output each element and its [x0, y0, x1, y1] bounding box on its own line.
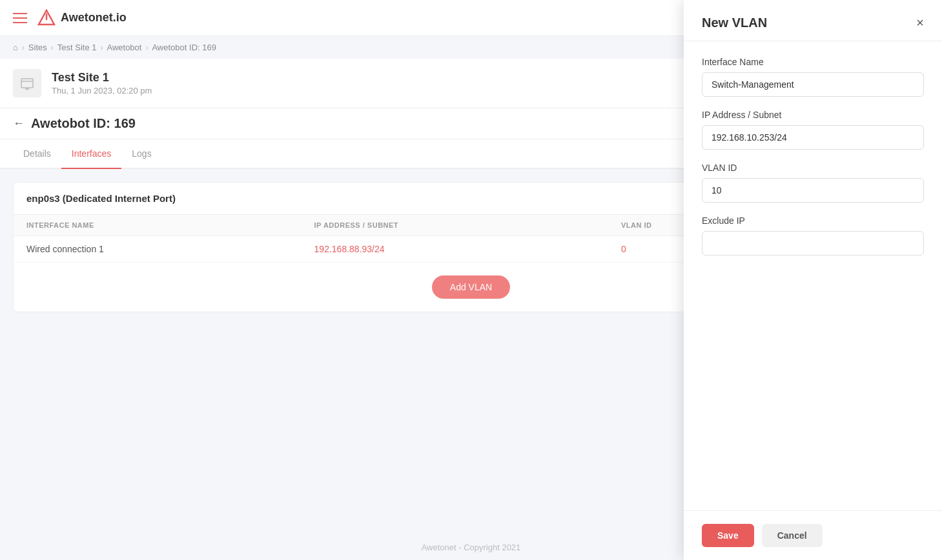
footer-text: Awetonet - Copyright 2021 — [422, 543, 521, 552]
breadcrumb-sep-3: › — [145, 43, 148, 52]
row-ip: 192.168.88.93/24 — [302, 236, 608, 263]
breadcrumb-sep-2: › — [100, 43, 103, 52]
ip-label: IP Address / Subnet — [702, 110, 924, 120]
add-vlan-button[interactable]: Add VLAN — [432, 275, 510, 299]
col-ip-subnet: IP ADDRESS / SUBNET — [302, 215, 608, 236]
exclude-ip-input[interactable] — [702, 231, 924, 255]
col-interface-name: INTERFACE NAME — [14, 215, 302, 236]
exclude-ip-label: Exclude IP — [702, 215, 924, 226]
ip-input[interactable] — [702, 125, 924, 150]
tab-details[interactable]: Details — [13, 139, 61, 169]
vlan-id-input[interactable] — [702, 178, 924, 203]
logo-text: Awetonet.io — [61, 11, 127, 25]
home-icon[interactable]: ⌂ — [13, 43, 18, 52]
interface-name: enp0s3 (Dedicated Internet Port) — [26, 193, 176, 204]
panel-close-button[interactable]: × — [916, 15, 924, 30]
back-button[interactable]: ← — [13, 117, 25, 130]
breadcrumb-sep-1: › — [51, 43, 54, 52]
hamburger-menu[interactable] — [13, 13, 27, 23]
form-group-ip: IP Address / Subnet — [702, 110, 924, 150]
panel-footer: Save Cancel — [684, 510, 942, 560]
svg-rect-2 — [21, 79, 33, 88]
interface-name-label: Interface Name — [702, 57, 924, 67]
breadcrumb-sites[interactable]: Sites — [28, 43, 47, 52]
logo-icon — [37, 9, 56, 27]
tab-logs[interactable]: Logs — [121, 139, 161, 169]
logo-area: Awetonet.io — [37, 9, 127, 27]
form-group-vlan-id: VLAN ID — [702, 163, 924, 203]
form-group-interface-name: Interface Name — [702, 57, 924, 97]
row-interface-name: Wired connection 1 — [14, 236, 302, 263]
breadcrumb-sep-0: › — [22, 43, 25, 52]
panel-body: Interface Name IP Address / Subnet VLAN … — [684, 41, 942, 510]
tab-interfaces[interactable]: Interfaces — [61, 139, 121, 169]
page-title: Awetobot ID: 169 — [31, 116, 136, 131]
breadcrumb-awetobot[interactable]: Awetobot — [107, 43, 141, 52]
side-panel: New VLAN × Interface Name IP Address / S… — [684, 0, 942, 560]
site-icon — [13, 69, 41, 97]
panel-header: New VLAN × — [684, 0, 942, 41]
vlan-id-label: VLAN ID — [702, 163, 924, 173]
cancel-button[interactable]: Cancel — [762, 524, 823, 547]
form-group-exclude-ip: Exclude IP — [702, 215, 924, 255]
interface-name-input[interactable] — [702, 72, 924, 97]
breadcrumb-testsite1[interactable]: Test Site 1 — [57, 43, 97, 52]
breadcrumb-current: Awetobot ID: 169 — [152, 43, 216, 52]
save-button[interactable]: Save — [702, 524, 754, 547]
panel-title: New VLAN — [702, 15, 767, 30]
